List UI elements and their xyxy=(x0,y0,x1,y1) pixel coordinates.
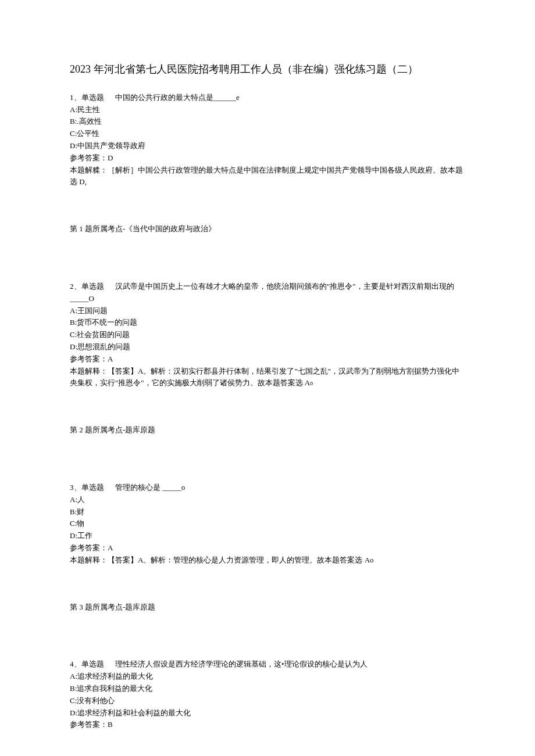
question-4-stem: 4、单选题 理性经济人假设是西方经济学理论的逻辑基础，这•理论假设的核心是认为人 xyxy=(70,658,465,671)
question-1-stem: 1、单选题 中国的公共行政的最大特点是______e xyxy=(70,92,465,104)
question-1-text-content: 中国的公共行政的最大特点是______e xyxy=(115,93,240,102)
question-3-text-content: 管理的核心是 _____o xyxy=(115,483,185,492)
question-1: 1、单选题 中国的公共行政的最大特点是______e A:民主性 B:.高效性 … xyxy=(70,92,465,188)
page-title: 2023 年河北省第七人民医院招考聘用工作人员（非在编）强化练习题（二） xyxy=(70,61,465,78)
question-1-option-b: B:.高效性 xyxy=(70,116,465,128)
question-3-label: 3、单选题 xyxy=(70,483,104,492)
question-3-answer: 参考答案：A xyxy=(70,542,465,554)
question-2-option-b: B:货币不统一的问题 xyxy=(70,317,465,329)
question-1-option-a: A:民主性 xyxy=(70,104,465,116)
question-3-spacer xyxy=(106,483,113,492)
question-3-option-a: A:人 xyxy=(70,494,465,506)
question-2: 2、单选题 汉武帝是中国历史上一位有雄才大略的皇帝，他统治期间颁布的"推恩令"，… xyxy=(70,281,465,389)
question-2-topic: 第 2 题所属考点-题库原题 xyxy=(70,424,465,436)
question-4-label: 4、单选题 xyxy=(70,660,104,668)
question-4-option-b: B:追求自我利益的最大化 xyxy=(70,683,465,695)
question-4-option-d: D:追求经济利益和社会利益的最大化 xyxy=(70,707,465,719)
question-2-label: 2、单选题 xyxy=(70,282,104,291)
question-4-option-a: A:追求经济利益的最大化 xyxy=(70,671,465,683)
question-3-option-b: B:财 xyxy=(70,506,465,518)
question-2-option-a: A:王国问题 xyxy=(70,305,465,317)
question-4: 4、单选题 理性经济人假设是西方经济学理论的逻辑基础，这•理论假设的核心是认为人… xyxy=(70,658,465,731)
question-2-option-c: C:社会贫困的问题 xyxy=(70,329,465,341)
question-2-stem: 2、单选题 汉武帝是中国历史上一位有雄才大略的皇帝，他统治期间颁布的"推恩令"，… xyxy=(70,281,465,305)
question-4-text-content: 理性经济人假设是西方经济学理论的逻辑基础，这•理论假设的核心是认为人 xyxy=(115,660,368,668)
question-2-text-content: 汉武帝是中国历史上一位有雄才大略的皇帝，他统治期间颁布的"推恩令"，主要是针对西… xyxy=(70,282,454,303)
question-1-topic: 第 1 题所属考点-《当代中国的政府与政治》 xyxy=(70,223,465,235)
question-3-option-c: C:物 xyxy=(70,518,465,530)
question-1-text xyxy=(106,93,113,102)
question-2-explain: 本题解释：【答案】A。解析：汉初实行郡县并行体制，结果引发了"七国之乱"，汉武帝… xyxy=(70,366,465,390)
question-1-answer: 参考答案：D xyxy=(70,152,465,164)
question-3-topic: 第 3 题所属考点-题库原题 xyxy=(70,601,465,614)
question-4-spacer xyxy=(106,660,113,668)
question-4-answer: 参考答案：B xyxy=(70,719,465,731)
question-3-stem: 3、单选题 管理的核心是 _____o xyxy=(70,482,465,494)
question-1-explain: 本题解糅：［解析］中国公共行政管理的最大特点是中国在法律制度上规定中国共产党领导… xyxy=(70,164,465,189)
question-2-option-d: D:思想混乱的问题 xyxy=(70,341,465,353)
question-3: 3、单选题 管理的核心是 _____o A:人 B:财 C:物 D:工作 参考答… xyxy=(70,482,465,567)
question-1-option-c: C:公平性 xyxy=(70,128,465,140)
question-3-option-d: D:工作 xyxy=(70,530,465,542)
question-2-answer: 参考答案：A xyxy=(70,353,465,366)
question-2-spacer xyxy=(106,282,113,291)
question-4-option-c: C:没有利他心 xyxy=(70,695,465,707)
question-3-explain: 本题解释：【答案】A。解析：管理的核心是人力资源管理，即人的管理。故本题答案选 … xyxy=(70,554,465,567)
question-1-option-d: D:中国共产党领导政府 xyxy=(70,140,465,152)
question-1-label: 1、单选题 xyxy=(70,93,104,102)
